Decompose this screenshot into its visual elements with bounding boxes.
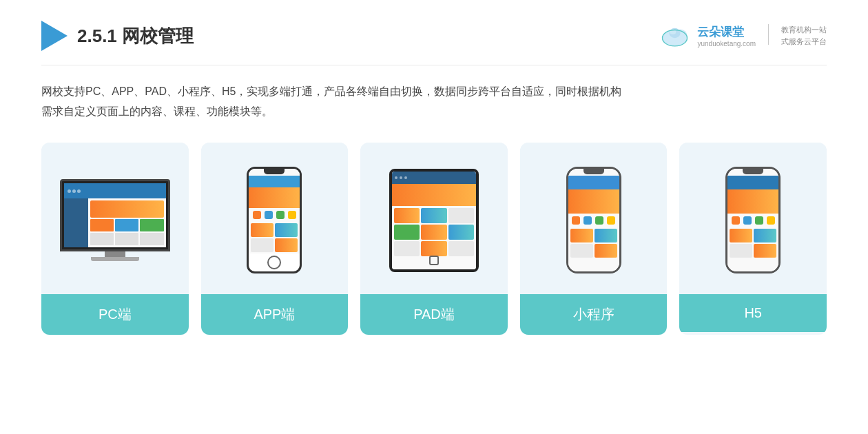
page-container: 2.5.1 网校管理 云朵课 xyxy=(0,0,868,434)
card-app: APP端 xyxy=(201,143,349,335)
brand-slogan: 教育机构一站 式服务云平台 xyxy=(781,24,827,47)
card-pc: PC端 xyxy=(41,143,189,335)
tablet-mockup xyxy=(389,169,479,272)
phone-mockup-mini xyxy=(566,167,621,273)
card-h5-image xyxy=(679,143,827,294)
brand-main-text: 云朵课堂 yunduoketang.com xyxy=(697,24,756,48)
card-h5-label: H5 xyxy=(679,294,827,332)
logo-triangle-icon xyxy=(41,21,68,51)
phone-mockup-app xyxy=(247,167,302,273)
description-text: 网校支持PC、APP、PAD、小程序、H5，实现多端打通，产品各终端自由切换，数… xyxy=(41,82,827,122)
phone-mockup-h5 xyxy=(725,167,781,273)
card-pc-label: PC端 xyxy=(41,294,189,335)
brand-url: yunduoketang.com xyxy=(697,40,756,48)
card-pad: PAD端 xyxy=(360,143,508,335)
brand-logo-area: 云朵课堂 yunduoketang.com 教育机构一站 式服务云平台 xyxy=(659,24,827,48)
card-pad-label: PAD端 xyxy=(360,294,508,335)
cards-container: PC端 xyxy=(41,143,827,335)
card-h5: H5 xyxy=(679,143,827,335)
card-app-label: APP端 xyxy=(201,294,349,335)
brand-text-wrapper: 云朵课堂 yunduoketang.com 教育机构一站 式服务云平台 xyxy=(697,24,827,48)
card-miniprogram-label: 小程序 xyxy=(520,294,668,335)
card-miniprogram-image xyxy=(520,143,668,294)
card-pc-image xyxy=(41,143,189,294)
header: 2.5.1 网校管理 云朵课 xyxy=(41,21,827,65)
pc-monitor-icon xyxy=(60,179,170,261)
brand-name: 云朵课堂 xyxy=(697,24,756,40)
brand-divider xyxy=(768,24,769,45)
card-miniprogram: 小程序 xyxy=(520,143,668,335)
page-title: 2.5.1 网校管理 xyxy=(77,24,194,48)
card-app-image xyxy=(201,143,349,294)
card-pad-image xyxy=(360,143,508,294)
cloud-icon xyxy=(659,24,690,48)
header-left: 2.5.1 网校管理 xyxy=(41,21,194,51)
